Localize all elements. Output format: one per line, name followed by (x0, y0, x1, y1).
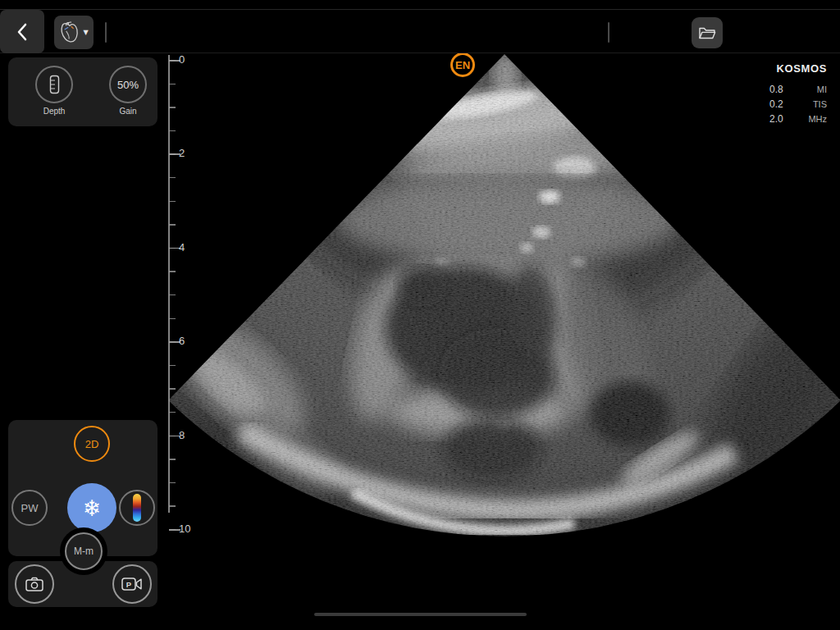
depth-ruler-icon (49, 75, 60, 94)
gain-label: Gain (119, 107, 136, 116)
mode-mm-label: M-m (74, 546, 94, 557)
tis-reading: 0.2 TIS (769, 98, 827, 110)
logo-text: EN (455, 59, 470, 71)
capture-video-button[interactable]: P (112, 564, 152, 604)
ruler-label: 2 (179, 147, 185, 159)
caret-down-icon: ▼ (83, 30, 88, 36)
depth-button[interactable] (35, 66, 73, 103)
exam-preset-button[interactable]: ▼ (54, 16, 94, 49)
tis-label: TIS (813, 99, 827, 109)
ruler-label: 6 (179, 335, 185, 347)
gain-value: 50% (117, 79, 139, 91)
mode-button-2d[interactable]: 2D (74, 426, 110, 462)
ruler-label: 10 (179, 523, 190, 535)
video-icon-letter: P (126, 580, 132, 589)
mode-pw-label: PW (21, 502, 39, 514)
snowflake-icon: ❄ (83, 497, 102, 519)
folder-open-icon (698, 25, 716, 40)
device-brand: KOSMOS (769, 62, 827, 75)
toolbar-divider (105, 22, 107, 43)
ultrasound-app: EN 0 2 4 6 8 10 KOSMOS 0.8 MI 0.2 TIS 2.… (0, 0, 840, 630)
mi-label: MI (817, 84, 827, 94)
color-doppler-button[interactable] (119, 490, 155, 526)
toolbar-bottom-border (0, 52, 840, 53)
freeze-button[interactable]: ❄ (67, 483, 116, 532)
mode-button-m-mode[interactable]: M-m (65, 532, 103, 570)
mi-value: 0.8 (769, 84, 783, 95)
ruler-major-ticks (169, 60, 180, 532)
image-info-overlay: KOSMOS 0.8 MI 0.2 TIS 2.0 MHz (769, 62, 827, 125)
toolbar-divider (608, 22, 609, 43)
chevron-left-icon (16, 23, 28, 41)
ruler-label: 0 (179, 53, 185, 66)
exams-folder-button[interactable] (692, 17, 723, 48)
frequency-label: MHz (808, 114, 827, 124)
toolbar-top-border (0, 9, 840, 10)
gain-button[interactable]: 50% (109, 66, 147, 103)
orientation-marker-logo: EN (452, 54, 474, 76)
ruler-label: 4 (179, 241, 185, 253)
mode-button-pw[interactable]: PW (11, 490, 48, 526)
color-doppler-scale-icon (133, 494, 141, 522)
depth-label: Depth (43, 107, 66, 116)
mode-2d-label: 2D (85, 438, 99, 450)
home-indicator[interactable] (314, 613, 527, 616)
camera-icon (25, 576, 44, 592)
depth-gain-panel: Depth 50% Gain (8, 57, 158, 126)
frequency-reading: 2.0 MHz (769, 113, 827, 125)
back-button[interactable] (0, 10, 44, 53)
ruler-label: 8 (179, 429, 185, 441)
cardiac-heart-icon (59, 21, 80, 45)
mi-reading: 0.8 MI (769, 84, 827, 95)
video-clip-icon: P (121, 577, 143, 591)
capture-image-button[interactable] (15, 564, 54, 604)
tis-value: 0.2 (769, 98, 783, 110)
frequency-value: 2.0 (769, 113, 783, 125)
